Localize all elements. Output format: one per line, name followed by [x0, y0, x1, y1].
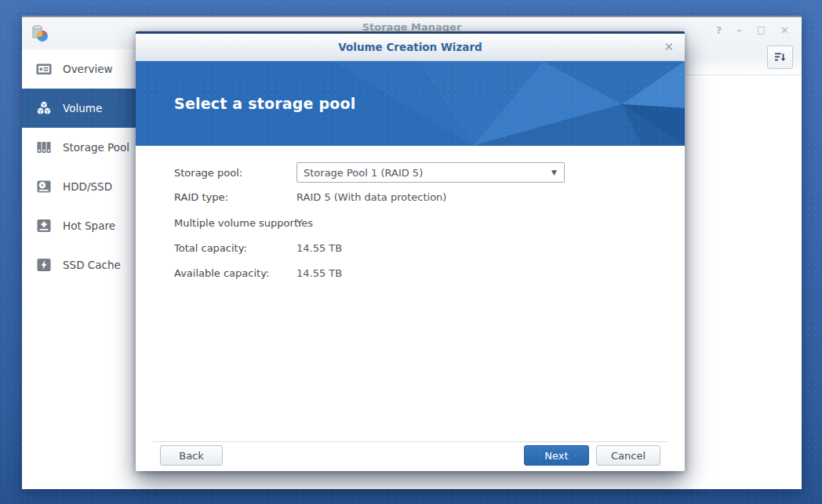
next-button[interactable]: Next: [524, 445, 589, 466]
volume-cubes-icon: [35, 100, 53, 117]
form-label-total-capacity: Total capacity:: [174, 242, 247, 254]
dialog-close-icon[interactable]: ✕: [664, 34, 674, 60]
sidebar-item-volume[interactable]: Volume: [22, 89, 141, 128]
dialog-title: Volume Creation Wizard: [338, 41, 482, 53]
sidebar-item-label: Storage Pool: [63, 141, 129, 154]
overview-card-icon: [35, 60, 53, 78]
sidebar-item-label: Volume: [63, 102, 102, 114]
back-button[interactable]: Back: [160, 445, 223, 466]
form-value-available-capacity: 14.55 TB: [296, 267, 342, 279]
storage-pool-dropdown[interactable]: Storage Pool 1 (RAID 5) ▼: [296, 162, 565, 183]
sidebar-item-overview[interactable]: Overview: [22, 49, 141, 89]
hdd-ssd-icon: [35, 178, 53, 195]
ssd-cache-icon: [35, 256, 53, 274]
sidebar-item-label: Overview: [63, 63, 113, 75]
form-value-multiple-volume-support: Yes: [296, 217, 313, 229]
form-label-multiple-volume-support: Multiple volume support:: [174, 217, 301, 229]
form-value-total-capacity: 14.55 TB: [296, 242, 342, 254]
desktop: Storage Manager ? – □ ✕: [0, 0, 822, 504]
form-label-raid-type: RAID type:: [174, 191, 228, 203]
window-controls: ? – □ ✕: [716, 24, 789, 36]
minimize-icon[interactable]: –: [737, 24, 742, 36]
sort-button[interactable]: [767, 45, 793, 69]
chevron-down-icon: ▼: [551, 169, 564, 176]
dropdown-selected-value: Storage Pool 1 (RAID 5): [297, 167, 551, 179]
dialog-titlebar: Volume Creation Wizard ✕: [136, 34, 685, 61]
form-label-storage-pool: Storage pool:: [174, 167, 242, 179]
sidebar-item-label: Hot Spare: [63, 219, 115, 232]
volume-creation-wizard-dialog: Volume Creation Wizard ✕ Select a storag…: [136, 31, 685, 471]
dialog-banner: Select a storage pool: [136, 61, 685, 146]
close-icon[interactable]: ✕: [780, 24, 789, 36]
help-icon[interactable]: ?: [716, 24, 722, 36]
sidebar-item-hdd-ssd[interactable]: HDD/SSD: [22, 167, 141, 206]
form-label-available-capacity: Available capacity:: [174, 267, 269, 279]
footer-divider: [153, 441, 667, 442]
hot-spare-icon: [35, 217, 53, 234]
sort-descending-icon: [773, 51, 787, 63]
form-value-raid-type: RAID 5 (With data protection): [296, 191, 446, 203]
sidebar-item-label: SSD Cache: [63, 259, 121, 271]
sidebar-item-hot-spare[interactable]: Hot Spare: [22, 206, 141, 245]
sidebar-item-ssd-cache[interactable]: SSD Cache: [22, 245, 141, 285]
banner-heading: Select a storage pool: [174, 95, 356, 112]
sidebar: Overview: [22, 49, 141, 285]
storage-pool-icon: [35, 139, 53, 156]
maximize-icon[interactable]: □: [757, 24, 766, 36]
sidebar-item-storage-pool[interactable]: Storage Pool: [22, 128, 141, 167]
sidebar-item-label: HDD/SSD: [63, 180, 112, 193]
cancel-button[interactable]: Cancel: [596, 445, 660, 466]
